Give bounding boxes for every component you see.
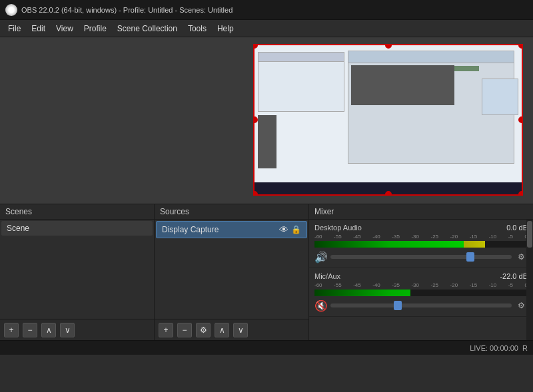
mixer-mic-fader-row: 🔇 ⚙: [314, 299, 528, 312]
mixer-desktop-gear-button[interactable]: ⚙: [514, 250, 528, 264]
sim-small-panel: [482, 79, 518, 115]
mixer-desktop-fader[interactable]: [330, 255, 512, 259]
mixer-desktop-audio-db: 0.0 dB: [506, 224, 528, 232]
sim-window1-title: [259, 53, 344, 62]
live-timer: LIVE: 00:00:00: [470, 344, 518, 352]
title-bar: OBS 22.0.2 (64-bit, windows) - Profile: …: [0, 0, 533, 20]
scenes-panel: Scenes Scene + − ∧ ∨: [0, 204, 155, 340]
scene-item[interactable]: Scene: [1, 221, 153, 236]
sources-panel-footer: + − ⚙ ∧ ∨: [155, 319, 308, 340]
mixer-channel-desktop: Desktop Audio 0.0 dB -60-55-45-40-35-30-…: [309, 220, 533, 268]
sources-down-button[interactable]: ∨: [233, 323, 248, 337]
handle-top-right[interactable]: [518, 44, 523, 49]
eye-icon[interactable]: 👁: [279, 224, 288, 235]
handle-bottom-right[interactable]: [518, 191, 523, 196]
scenes-down-button[interactable]: ∨: [60, 323, 75, 337]
scenes-add-button[interactable]: +: [4, 323, 19, 337]
menu-help[interactable]: Help: [212, 22, 239, 35]
sources-add-button[interactable]: +: [159, 323, 173, 337]
mixer-desktop-fader-row: 🔊 ⚙: [314, 250, 528, 264]
rec-indicator: R: [522, 344, 528, 352]
screen-sim: [255, 45, 522, 194]
menu-scene-collection[interactable]: Scene Collection: [112, 22, 183, 35]
mixer-panel-content: Desktop Audio 0.0 dB -60-55-45-40-35-30-…: [309, 220, 533, 340]
mixer-desktop-vu-labels: -60-55-45-40-35-30-25-20-15-10-50: [314, 234, 528, 240]
mixer-mic-gear-button[interactable]: ⚙: [514, 299, 528, 312]
mixer-scrollbar-outer[interactable]: [526, 220, 533, 340]
status-bar: LIVE: 00:00:00 R: [0, 340, 533, 355]
sources-panel-header: Sources: [155, 204, 308, 220]
scenes-panel-footer: + − ∧ ∨: [0, 319, 154, 340]
scenes-up-button[interactable]: ∧: [41, 323, 56, 337]
mixer-desktop-vu-green: [314, 241, 464, 248]
mixer-channel-mic-header: Mic/Aux -22.0 dB: [314, 272, 528, 280]
sim-window1: [258, 52, 344, 112]
source-item-label: Display Capture: [162, 225, 219, 234]
mixer-mic-db: -22.0 dB: [500, 272, 528, 280]
lock-icon[interactable]: 🔒: [291, 225, 301, 234]
mixer-desktop-level-mask: [485, 241, 528, 248]
scenes-panel-content: Scene: [0, 220, 154, 319]
source-item[interactable]: Display Capture 👁 🔒: [156, 221, 307, 238]
capture-preview: [253, 44, 523, 196]
mixer-desktop-fader-thumb[interactable]: [466, 252, 474, 262]
mixer-desktop-mute-button[interactable]: 🔊: [314, 250, 328, 264]
mixer-mic-fader[interactable]: [330, 303, 512, 307]
menu-edit[interactable]: Edit: [26, 22, 51, 35]
handle-bottom-middle[interactable]: [385, 191, 392, 196]
menu-bar: File Edit View Profile Scene Collection …: [0, 20, 533, 37]
mixer-desktop-vu-meter: [314, 241, 528, 248]
sources-up-button[interactable]: ∧: [215, 323, 229, 337]
mixer-channel-mic: Mic/Aux -22.0 dB -60-55-45-40-35-30-25-2…: [309, 268, 533, 317]
mixer-mic-label: Mic/Aux: [314, 272, 340, 280]
scenes-panel-header: Scenes: [0, 204, 154, 220]
handle-bottom-left[interactable]: [253, 191, 258, 196]
title-text: OBS 22.0.2 (64-bit, windows) - Profile: …: [21, 6, 233, 14]
sim-gray-block: [351, 65, 454, 105]
menu-file[interactable]: File: [3, 22, 26, 35]
sources-settings-button[interactable]: ⚙: [196, 323, 211, 337]
app-logo: [5, 4, 17, 16]
bottom-panels: Scenes Scene + − ∧ ∨ Sources Display Cap…: [0, 204, 533, 340]
mixer-desktop-audio-label: Desktop Audio: [314, 224, 362, 232]
mixer-channel-desktop-header: Desktop Audio 0.0 dB: [314, 224, 528, 232]
menu-view[interactable]: View: [51, 22, 79, 35]
mixer-mic-fader-thumb[interactable]: [394, 301, 402, 310]
sim-sidebar: [258, 115, 276, 168]
mixer-mic-vu-meter: [314, 290, 528, 296]
mixer-scrollbar-thumb-outer[interactable]: [527, 221, 532, 248]
sources-panel-content: Display Capture 👁 🔒: [155, 220, 308, 319]
mixer-panel: Mixer Desktop Audio 0.0 dB -60-55-45-40-…: [309, 204, 533, 340]
sources-remove-button[interactable]: −: [177, 323, 192, 337]
menu-tools[interactable]: Tools: [183, 22, 212, 35]
preview-area: [0, 37, 533, 204]
mixer-mic-vu-labels: -60-55-45-40-35-30-25-20-15-10-50: [314, 282, 528, 288]
sim-content-header: [348, 51, 514, 63]
scenes-remove-button[interactable]: −: [23, 323, 37, 337]
source-item-icons: 👁 🔒: [279, 224, 301, 235]
mixer-mic-mute-button[interactable]: 🔇: [314, 299, 328, 312]
mixer-panel-header: Mixer: [309, 204, 533, 220]
handle-middle-right[interactable]: [518, 116, 523, 123]
mixer-mic-level-mask: [410, 290, 528, 296]
menu-profile[interactable]: Profile: [79, 22, 112, 35]
sources-panel: Sources Display Capture 👁 🔒 + − ⚙ ∧ ∨: [155, 204, 309, 340]
